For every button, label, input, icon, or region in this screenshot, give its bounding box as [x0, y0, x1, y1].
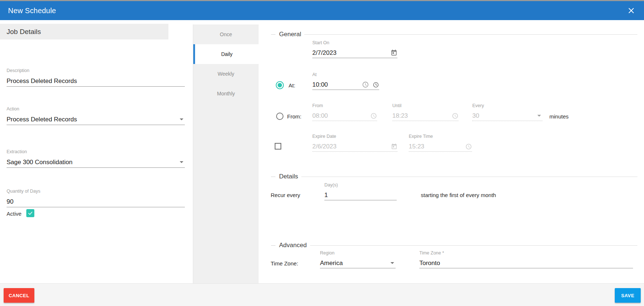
action-label: Action	[7, 106, 185, 112]
active-checkbox[interactable]	[26, 209, 34, 217]
timezone-value: Toronto	[419, 260, 440, 267]
every-value: 30	[472, 112, 479, 120]
recur-suffix-label: starting the first of every month	[421, 192, 496, 199]
new-schedule-dialog: New Schedule Job Details Description Pro…	[0, 0, 644, 306]
from-time-input[interactable]: 08:00	[312, 111, 377, 121]
region-field: Region America	[320, 250, 396, 268]
expire-time-field: Expire Time 15:23	[409, 134, 472, 152]
legend-line	[304, 34, 637, 35]
advanced-section-title: Advanced	[279, 242, 307, 249]
tab-once[interactable]: Once	[193, 24, 259, 44]
general-section-legend: General	[271, 31, 637, 38]
timezone-row-label: Time Zone:	[271, 260, 298, 267]
job-details-panel: Job Details Description Process Deleted …	[0, 20, 193, 283]
schedule-frequency-tabs: Once Daily Weekly Monthly	[193, 24, 259, 283]
from-radio-label: From:	[287, 113, 301, 120]
quantity-of-days-field: Quantity of Days 90	[7, 189, 185, 207]
cancel-button[interactable]: CANCEL	[4, 288, 34, 303]
from-time-field: From 08:00	[312, 103, 377, 121]
expire-time-label: Expire Time	[409, 134, 472, 139]
quantity-of-days-input[interactable]: 90	[7, 196, 185, 207]
every-label: Every	[472, 103, 542, 109]
at-time-label: At	[312, 72, 379, 78]
region-value: America	[320, 260, 343, 267]
dialog-footer: CANCEL SAVE	[0, 283, 644, 306]
at-time-input[interactable]: 10:00	[312, 80, 379, 90]
extraction-value: Sage 300 Consolidation	[7, 159, 73, 166]
expire-date-field: Expire Date 2/6/2023	[312, 134, 397, 152]
quantity-of-days-value: 90	[7, 198, 14, 205]
start-on-input[interactable]: 2/7/2023	[312, 48, 397, 58]
days-label: Day(s)	[324, 182, 397, 188]
details-section-legend: Details	[271, 173, 637, 180]
until-time-value: 18:23	[392, 112, 408, 120]
tab-weekly-label: Weekly	[218, 71, 235, 77]
description-input[interactable]: Process Deleted Records	[7, 76, 185, 87]
recur-every-label: Recur every	[271, 192, 300, 199]
tab-weekly[interactable]: Weekly	[193, 64, 259, 84]
every-minutes-field: Every 30	[472, 103, 542, 121]
description-value: Process Deleted Records	[7, 78, 77, 85]
details-section-title: Details	[279, 173, 298, 180]
clock-icon	[465, 143, 472, 150]
general-section-title: General	[279, 31, 301, 38]
tab-daily[interactable]: Daily	[193, 44, 259, 64]
legend-dash	[271, 34, 275, 35]
description-label: Description	[7, 68, 185, 73]
calendar-icon[interactable]	[390, 49, 397, 56]
chevron-down-icon[interactable]	[180, 161, 183, 163]
until-time-field: Until 18:23	[392, 103, 458, 121]
legend-dash	[271, 177, 275, 177]
legend-dash	[271, 245, 275, 246]
days-input[interactable]: 1	[324, 190, 397, 200]
chevron-down-icon	[537, 115, 541, 117]
quantity-of-days-label: Quantity of Days	[7, 189, 185, 194]
region-select[interactable]: America	[320, 258, 396, 268]
close-icon[interactable]	[626, 6, 636, 15]
chevron-down-icon[interactable]	[390, 262, 394, 264]
tab-once-label: Once	[220, 31, 232, 37]
dialog-header: New Schedule	[0, 1, 644, 20]
timezone-field: Time Zone * Toronto	[419, 250, 633, 268]
job-details-heading: Job Details	[0, 24, 168, 39]
every-select[interactable]: 30	[472, 111, 542, 121]
expire-date-input[interactable]: 2/6/2023	[312, 141, 397, 152]
from-time-value: 08:00	[312, 112, 328, 120]
at-time-value: 10:00	[312, 81, 328, 88]
until-time-label: Until	[392, 103, 458, 109]
region-label: Region	[320, 250, 396, 256]
from-radio[interactable]	[276, 113, 283, 120]
expire-time-input[interactable]: 15:23	[409, 141, 472, 152]
native-time-picker-icon[interactable]	[373, 82, 379, 88]
from-time-label: From	[312, 103, 377, 109]
timezone-label: Time Zone *	[419, 250, 633, 256]
minutes-suffix-label: minutes	[549, 113, 569, 120]
dialog-title: New Schedule	[8, 7, 56, 15]
save-button[interactable]: SAVE	[615, 288, 641, 303]
start-on-value: 2/7/2023	[312, 49, 336, 57]
start-on-field: Start On 2/7/2023	[312, 40, 397, 58]
calendar-icon	[391, 143, 397, 150]
at-radio[interactable]	[276, 81, 284, 89]
clock-icon	[452, 113, 458, 119]
chevron-down-icon[interactable]	[180, 118, 183, 120]
timezone-input[interactable]: Toronto	[419, 258, 633, 268]
expire-checkbox[interactable]	[275, 143, 281, 150]
tab-monthly[interactable]: Monthly	[193, 84, 259, 103]
legend-line	[301, 177, 637, 177]
action-select[interactable]: Process Deleted Records	[7, 114, 185, 125]
recur-days-field: Day(s) 1	[324, 182, 397, 200]
description-field: Description Process Deleted Records	[7, 68, 185, 87]
tab-monthly-label: Monthly	[217, 91, 235, 97]
action-value: Process Deleted Records	[7, 116, 77, 123]
until-time-input[interactable]: 18:23	[392, 111, 458, 121]
clock-icon[interactable]	[362, 81, 369, 88]
active-label: Active	[7, 211, 22, 217]
legend-line	[310, 245, 637, 246]
expire-date-label: Expire Date	[312, 134, 397, 139]
start-on-label: Start On	[312, 40, 397, 46]
extraction-select[interactable]: Sage 300 Consolidation	[7, 157, 185, 168]
expire-date-value: 2/6/2023	[312, 143, 336, 150]
at-time-field: At 10:00	[312, 72, 379, 90]
action-field: Action Process Deleted Records	[7, 106, 185, 125]
